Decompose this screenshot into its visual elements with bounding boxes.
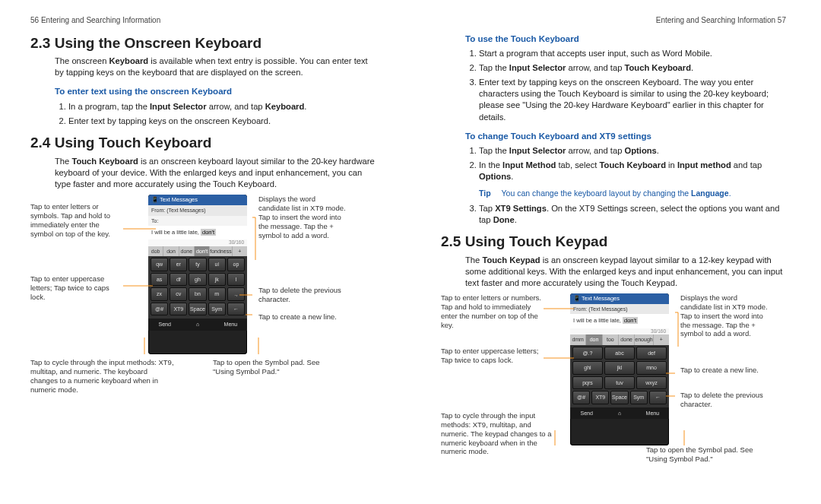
callout-candidates: Displays the word candidate list in XT9 …: [258, 195, 346, 239]
callout-caps: Tap to enter uppercase letters; Tap twic…: [441, 347, 540, 365]
step: In a program, tap the Input Selector arr…: [68, 101, 376, 113]
tip-label: Tip: [479, 188, 491, 198]
callout-newline: Tap to create a new line.: [680, 366, 768, 375]
prediction-row: dmmdontoodoneenough+: [570, 334, 669, 344]
phone-bottom-bar: Send⌂Menu: [148, 319, 247, 330]
step: Tap the Input Selector arrow, and tap Op…: [479, 145, 786, 157]
section-2-5-title: 2.5 Using Touch Keypad: [441, 232, 786, 252]
section-2-4-title: 2.4 Using Touch Keyboard: [30, 133, 376, 153]
section-2-3-title: 2.3 Using the Onscreen Keyboard: [30, 33, 376, 53]
callout-delete: Tap to delete the previous character.: [258, 286, 346, 304]
callout-letters: Tap to enter letters or symbols. Tap and…: [30, 202, 122, 239]
touch-keyboard-diagram: 📱 Text Messages From: (Text Messages) To…: [30, 195, 376, 407]
page-56: 56 Entering and Searching Information 2.…: [0, 0, 410, 504]
tip-row: Tip You can change the keyboard layout b…: [479, 188, 786, 198]
callout-symbolpad: Tap to open the Symbol pad. See "Using S…: [213, 358, 342, 376]
step: Start a program that accepts user input,…: [479, 48, 786, 59]
subhead-use-touch-kbd: To use the Touch Keyboard: [465, 33, 786, 46]
page-spread: 56 Entering and Searching Information 2.…: [0, 0, 821, 504]
touch-keypad-diagram: 📱 Text Messages From: (Text Messages) I …: [441, 293, 786, 483]
callout-letters: Tap to enter letters or numbers. Tap and…: [441, 293, 547, 330]
phone-bottom-bar: Send⌂Menu: [570, 407, 669, 419]
phone-screenshot-12key: 📱 Text Messages From: (Text Messages) I …: [570, 293, 669, 445]
phone-title-bar: 📱 Text Messages: [148, 195, 247, 205]
phone-screenshot-20key: 📱 Text Messages From: (Text Messages) To…: [148, 195, 247, 354]
step: Enter text by tapping keys on the onscre…: [68, 116, 376, 127]
callout-symbolpad: Tap to open the Symbol pad. See "Using S…: [646, 445, 775, 464]
phone-counter: 30/160: [570, 328, 669, 335]
subhead-enter-text: To enter text using the onscreen Keyboar…: [55, 86, 376, 98]
callout-caps: Tap to enter uppercase letters; Tap twic…: [30, 274, 122, 302]
running-head-left: 56 Entering and Searching Information: [30, 15, 376, 26]
section-2-4-body: The Touch Keyboard is an onscreen keyboa…: [55, 156, 376, 190]
keyword: Keyboard: [109, 56, 149, 65]
phone-from: From: (Text Messages): [570, 304, 669, 314]
keypad-12key: @.?abcdef ghijklmno pqrstuvwxyz @#XT9Spa…: [570, 345, 669, 407]
step: Enter text by tapping keys on the onscre…: [479, 77, 786, 122]
tip-text: You can change the keyboard layout by ch…: [502, 188, 731, 198]
callout-cycle: Tap to cycle through the input methods: …: [30, 358, 175, 395]
phone-to: To:: [148, 216, 247, 226]
prediction-row: dobdondonedon'tfondness+: [148, 246, 247, 256]
callout-newline: Tap to create a new line.: [258, 312, 346, 322]
phone-title-bar: 📱 Text Messages: [570, 293, 669, 304]
phone-from: From: (Text Messages): [148, 205, 247, 215]
section-2-3-body: The onscreen Keyboard is available when …: [55, 55, 376, 127]
text: The onscreen: [55, 56, 109, 65]
callout-candidates: Displays the word candidate list in XT9 …: [680, 293, 768, 338]
subhead-change-settings: To change Touch Keyboard and XT9 setting…: [465, 131, 786, 143]
callout-delete: Tap to delete the previous character.: [680, 391, 768, 409]
section-2-5-body: The Touch Keypad is an onscreen keypad l…: [465, 255, 786, 289]
steps-list: Tap the Input Selector arrow, and tap Op…: [465, 145, 786, 182]
step: Tap the Input Selector arrow, and tap To…: [479, 62, 786, 74]
steps-list: Start a program that accepts user input,…: [465, 48, 786, 123]
step: In the Input Method tab, select Touch Ke…: [479, 160, 786, 182]
running-head-right: Entering and Searching Information 57: [441, 15, 786, 26]
phone-message: I will be a little late, don't: [148, 226, 247, 239]
step: Tap XT9 Settings. On the XT9 Settings sc…: [479, 203, 786, 226]
steps-list: Tap XT9 Settings. On the XT9 Settings sc…: [465, 203, 786, 226]
keyboard-20key: qwertyuiop asdfghjkl zxcvbnm., @#XT9Spac…: [148, 256, 247, 319]
steps-list: In a program, tap the Input Selector arr…: [55, 101, 376, 127]
phone-counter: 30/160: [148, 239, 247, 246]
callout-cycle: Tap to cycle through the input methods: …: [441, 411, 555, 456]
page-57: Entering and Searching Information 57 To…: [410, 0, 821, 504]
phone-message: I will be a little late, don't: [570, 314, 669, 328]
